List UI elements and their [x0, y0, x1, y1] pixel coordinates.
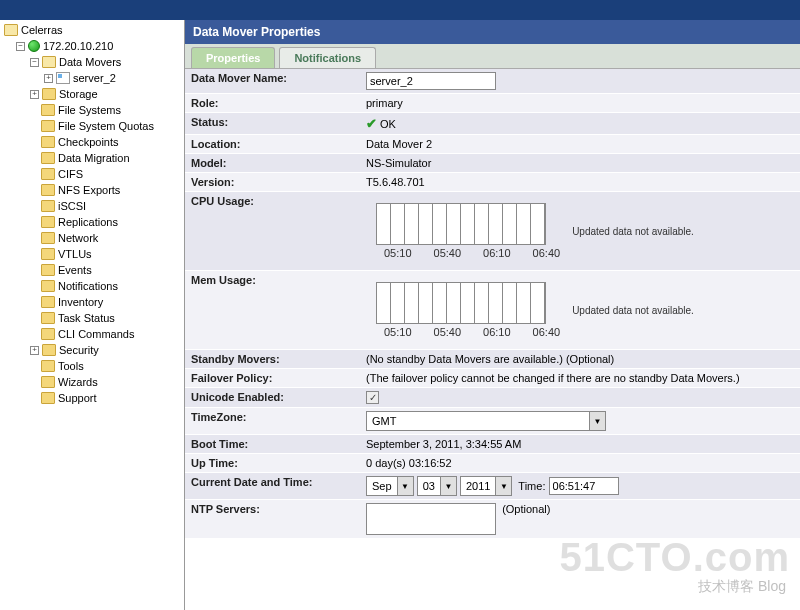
expand-icon[interactable]: + [30, 90, 39, 99]
folder-icon [41, 104, 55, 116]
ntp-servers-input[interactable] [366, 503, 496, 535]
label: Boot Time: [185, 435, 360, 454]
check-icon: ✔ [366, 116, 377, 131]
sidebar-item-storage[interactable]: +Storage [2, 86, 182, 102]
row-unicode: Unicode Enabled: ✓ [185, 388, 800, 408]
tree-label: Network [58, 232, 98, 244]
label: Data Mover Name: [185, 69, 360, 94]
tree-label: Data Movers [59, 56, 121, 68]
value: NS-Simulator [360, 154, 800, 173]
sidebar-item-file-system-quotas[interactable]: File System Quotas [2, 118, 182, 134]
label: Location: [185, 135, 360, 154]
sidebar-item-tools[interactable]: Tools [2, 358, 182, 374]
sidebar-item-events[interactable]: Events [2, 262, 182, 278]
collapse-icon[interactable]: − [30, 58, 39, 67]
folder-icon [41, 232, 55, 244]
tab-properties[interactable]: Properties [191, 47, 275, 68]
row-uptime: Up Time: 0 day(s) 03:16:52 [185, 454, 800, 473]
sidebar-item-vtlus[interactable]: VTLUs [2, 246, 182, 262]
row-ntp: NTP Servers: (Optional) [185, 500, 800, 539]
sidebar-item-cifs[interactable]: CIFS [2, 166, 182, 182]
folder-icon [4, 24, 18, 36]
timezone-select[interactable]: GMT ▼ [366, 411, 606, 431]
sidebar-item-security[interactable]: +Security [2, 342, 182, 358]
nav-tree: Celerras − 172.20.10.210 −Data Movers+se… [0, 20, 185, 610]
folder-icon [41, 152, 55, 164]
folder-icon [41, 360, 55, 372]
mem-chart: 05:1005:4006:1006:40 [376, 282, 560, 338]
sidebar-item-nfs-exports[interactable]: NFS Exports [2, 182, 182, 198]
tree-label: Notifications [58, 280, 118, 292]
main-panel: Data Mover Properties Properties Notific… [185, 20, 800, 610]
label: TimeZone: [185, 408, 360, 435]
month-select[interactable]: Sep▼ [366, 476, 414, 496]
tab-notifications[interactable]: Notifications [279, 47, 376, 68]
tree-label: Checkpoints [58, 136, 119, 148]
host-status-icon [28, 40, 40, 52]
folder-icon [41, 184, 55, 196]
value: (The failover policy cannot be changed i… [360, 369, 800, 388]
sidebar-item-server_2[interactable]: +server_2 [2, 70, 182, 86]
year-select[interactable]: 2011▼ [460, 476, 512, 496]
folder-icon [41, 296, 55, 308]
tree-label: server_2 [73, 72, 116, 84]
row-role: Role: primary [185, 94, 800, 113]
tree-label: Events [58, 264, 92, 276]
row-cpu: CPU Usage: 05:1005:4006:1006:40 Updated … [185, 192, 800, 271]
sidebar-item-network[interactable]: Network [2, 230, 182, 246]
sidebar-item-task-status[interactable]: Task Status [2, 310, 182, 326]
status-value: OK [380, 118, 396, 130]
tree-label: CLI Commands [58, 328, 134, 340]
chevron-down-icon: ▼ [440, 477, 456, 495]
folder-icon [41, 168, 55, 180]
folder-icon [41, 312, 55, 324]
sidebar-item-notifications[interactable]: Notifications [2, 278, 182, 294]
tree-label: Security [59, 344, 99, 356]
server-icon [56, 72, 70, 84]
label: Mem Usage: [185, 271, 360, 350]
tree-label: Task Status [58, 312, 115, 324]
label: Current Date and Time: [185, 473, 360, 500]
sidebar-item-inventory[interactable]: Inventory [2, 294, 182, 310]
tree-host[interactable]: − 172.20.10.210 [2, 38, 182, 54]
mem-axis: 05:1005:4006:1006:40 [376, 326, 560, 338]
data-mover-name-input[interactable] [366, 72, 496, 90]
sidebar-item-data-migration[interactable]: Data Migration [2, 150, 182, 166]
sidebar-item-checkpoints[interactable]: Checkpoints [2, 134, 182, 150]
tree-label: Replications [58, 216, 118, 228]
label: Role: [185, 94, 360, 113]
sidebar-item-wizards[interactable]: Wizards [2, 374, 182, 390]
sidebar-item-cli-commands[interactable]: CLI Commands [2, 326, 182, 342]
row-mem: Mem Usage: 05:1005:4006:1006:40 Updated … [185, 271, 800, 350]
folder-icon [41, 392, 55, 404]
time-input[interactable] [549, 477, 619, 495]
row-boot: Boot Time: September 3, 2011, 3:34:55 AM [185, 435, 800, 454]
tree-label: Storage [59, 88, 98, 100]
row-location: Location: Data Mover 2 [185, 135, 800, 154]
expand-icon[interactable]: + [44, 74, 53, 83]
label: Version: [185, 173, 360, 192]
sidebar-item-data-movers[interactable]: −Data Movers [2, 54, 182, 70]
folder-icon [41, 120, 55, 132]
sidebar-item-replications[interactable]: Replications [2, 214, 182, 230]
label: Standby Movers: [185, 350, 360, 369]
sidebar-item-iscsi[interactable]: iSCSI [2, 198, 182, 214]
tree-root-celerras[interactable]: Celerras [2, 22, 182, 38]
row-timezone: TimeZone: GMT ▼ [185, 408, 800, 435]
collapse-icon[interactable]: − [16, 42, 25, 51]
row-failover: Failover Policy: (The failover policy ca… [185, 369, 800, 388]
expand-icon[interactable]: + [30, 346, 39, 355]
label: Up Time: [185, 454, 360, 473]
day-select[interactable]: 03▼ [417, 476, 457, 496]
unicode-checkbox[interactable]: ✓ [366, 391, 379, 404]
chevron-down-icon: ▼ [589, 412, 605, 430]
folder-icon [41, 264, 55, 276]
value: 0 day(s) 03:16:52 [360, 454, 800, 473]
tree-label: VTLUs [58, 248, 92, 260]
window-title-bar [0, 0, 800, 20]
sidebar-item-support[interactable]: Support [2, 390, 182, 406]
value: Data Mover 2 [360, 135, 800, 154]
tree-label: Tools [58, 360, 84, 372]
row-version: Version: T5.6.48.701 [185, 173, 800, 192]
sidebar-item-file-systems[interactable]: File Systems [2, 102, 182, 118]
